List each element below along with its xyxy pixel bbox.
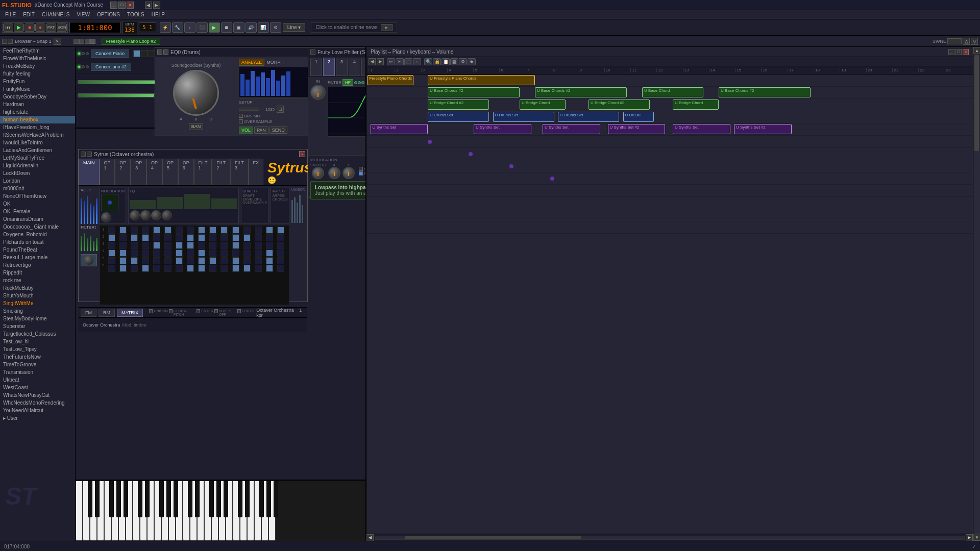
step-cell-3-12[interactable] bbox=[243, 249, 251, 257]
stop-btn[interactable]: ■ bbox=[24, 23, 35, 32]
sidebar-item-13[interactable]: LadiesAndGentlemen bbox=[0, 146, 75, 154]
menu-tools[interactable]: TOOLS bbox=[124, 11, 148, 18]
step-cell-5-12[interactable] bbox=[243, 265, 251, 272]
online-news-btn[interactable]: ► bbox=[381, 24, 393, 31]
vscroll-up[interactable]: ▲ bbox=[973, 47, 980, 54]
step-cell-3-2[interactable] bbox=[131, 249, 138, 257]
fader-2[interactable] bbox=[84, 201, 85, 224]
sidebar-item-40[interactable]: TheFutureIsNow bbox=[0, 353, 75, 361]
step-cell-1-3[interactable] bbox=[142, 234, 149, 241]
pl-btn-5[interactable]: 🔍 bbox=[424, 58, 432, 65]
step-cell-3-10[interactable] bbox=[220, 249, 228, 257]
concert-piano-btn[interactable]: Concert Piano bbox=[91, 49, 129, 58]
eq-knob-1[interactable] bbox=[130, 210, 140, 220]
pl-block-4-3[interactable]: U Synths Set #2 bbox=[608, 124, 666, 134]
step-cell-5-4[interactable] bbox=[153, 265, 160, 272]
step-cell-2-12[interactable] bbox=[243, 242, 251, 249]
step-cell-5-15[interactable] bbox=[277, 265, 284, 272]
toolbar-btn-3[interactable]: ♪ bbox=[184, 22, 195, 33]
pl-tool-3[interactable]: ⬚ bbox=[404, 58, 412, 65]
step-btn-0[interactable] bbox=[133, 50, 140, 57]
step-cell-4-3[interactable] bbox=[142, 257, 149, 264]
sytrus-x-btn[interactable]: × bbox=[299, 151, 305, 157]
pl-btn-10[interactable]: ★ bbox=[468, 58, 476, 65]
step-cell-2-14[interactable] bbox=[266, 242, 273, 249]
sidebar-item-27[interactable]: ReekuI_Large male bbox=[0, 254, 75, 261]
sidebar-item-22[interactable]: OmaniransDream bbox=[0, 215, 75, 223]
step-cell-2-11[interactable] bbox=[232, 242, 239, 249]
hscroll-right[interactable]: ▶ bbox=[966, 534, 973, 541]
mod-knob[interactable] bbox=[101, 212, 111, 222]
black-key-19[interactable] bbox=[216, 481, 221, 517]
unison-fader-2[interactable] bbox=[294, 197, 296, 223]
step-cell-0-10[interactable] bbox=[220, 227, 228, 234]
sidebar-item-3[interactable]: fruity feeling bbox=[0, 70, 75, 78]
step-cell-4-6[interactable] bbox=[176, 257, 183, 264]
step-cell-3-0[interactable] bbox=[108, 249, 115, 257]
step-cell-0-4[interactable] bbox=[153, 227, 160, 234]
eq-min-btn[interactable] bbox=[157, 49, 162, 55]
sidebar-item-20[interactable]: OK bbox=[0, 200, 75, 208]
step-cell-2-6[interactable] bbox=[176, 242, 183, 249]
step-cell-3-9[interactable] bbox=[209, 249, 216, 257]
step-cell-5-2[interactable] bbox=[131, 265, 138, 272]
step-cell-1-9[interactable] bbox=[209, 234, 216, 241]
pl-block-3-1[interactable]: U Drums Set bbox=[493, 112, 554, 122]
a-knob[interactable] bbox=[328, 167, 340, 179]
sidebar-item-35[interactable]: StealMyBodyHome bbox=[0, 315, 75, 322]
step-cell-1-2[interactable] bbox=[131, 234, 138, 241]
pl-btn-9[interactable]: ⚙ bbox=[459, 58, 467, 65]
toolbar-btn-4[interactable]: ⬛ bbox=[197, 22, 208, 33]
step-btn-1[interactable] bbox=[141, 50, 148, 57]
step-cell-2-9[interactable] bbox=[209, 242, 216, 249]
sidebar-item-14[interactable]: LetMySoulFlyFree bbox=[0, 154, 75, 162]
step-cell-4-12[interactable] bbox=[243, 257, 251, 264]
eq-close-btn[interactable] bbox=[163, 49, 168, 55]
setup-slider1[interactable] bbox=[239, 108, 259, 111]
step-cell-3-6[interactable] bbox=[176, 249, 183, 257]
pl-block-4-1[interactable]: U Synths Set bbox=[474, 124, 531, 134]
pl-scroll-right[interactable]: ▶ bbox=[377, 58, 384, 65]
pl-btn-7[interactable]: 📋 bbox=[442, 58, 450, 65]
online-news-bar[interactable]: Click to enable online news ► bbox=[311, 22, 397, 33]
pl-block-1-0[interactable]: U Base Chords #2 bbox=[428, 87, 520, 97]
sidebar-item-7[interactable]: Hardman bbox=[0, 101, 75, 108]
vscroll-track[interactable] bbox=[973, 54, 980, 534]
sidebar-item-38[interactable]: TestLow_hi bbox=[0, 338, 75, 345]
hscroll-left[interactable]: ◀ bbox=[366, 534, 374, 541]
sidebar-item-34[interactable]: Smoking bbox=[0, 307, 75, 315]
toolbar-btn-5[interactable]: ▶ bbox=[209, 22, 220, 33]
tb2-btn2[interactable] bbox=[8, 39, 13, 44]
mode-dropdown[interactable]: Line ▾ bbox=[283, 23, 306, 32]
sytrus-tab-op1[interactable]: OP 1 bbox=[100, 159, 115, 185]
fader-3[interactable] bbox=[87, 196, 88, 224]
pl-tool-2[interactable]: ✂ bbox=[396, 58, 404, 65]
hscroll-thumb[interactable] bbox=[405, 536, 581, 539]
black-key-13[interactable] bbox=[174, 481, 178, 517]
send-btn[interactable]: SEND bbox=[270, 127, 287, 134]
step-cell-3-15[interactable] bbox=[277, 249, 284, 257]
pl-block-1-2[interactable]: U Base Chord bbox=[642, 87, 703, 97]
step-cell-1-13[interactable] bbox=[255, 234, 262, 241]
step-cell-4-1[interactable] bbox=[119, 257, 127, 264]
pl-block-4-0[interactable]: U Synths Set bbox=[371, 124, 428, 134]
black-key-16[interactable] bbox=[195, 481, 200, 517]
sytrus-tab-op6[interactable]: OP 6 bbox=[178, 159, 194, 185]
step-cell-0-8[interactable] bbox=[198, 227, 205, 234]
pl-block-4-4[interactable]: U Synths Set bbox=[673, 124, 730, 134]
sidebar-item-9[interactable]: human beatbox bbox=[0, 116, 75, 123]
step-cell-2-10[interactable] bbox=[220, 242, 228, 249]
pl-block-4-5[interactable]: U Synths Set #2 bbox=[734, 124, 792, 134]
sytrus-titlebar[interactable]: Sytrus (Octaver orchestra) × bbox=[79, 149, 307, 159]
black-key-25[interactable] bbox=[259, 481, 264, 517]
sidebar-item-2[interactable]: FreakMeBaby bbox=[0, 62, 75, 70]
enter-chk[interactable] bbox=[197, 309, 200, 313]
concert-piano-2-btn[interactable]: Concer..ano #2 bbox=[91, 63, 131, 71]
step-cell-0-14[interactable] bbox=[266, 227, 273, 234]
vscroll-down[interactable]: ▼ bbox=[973, 534, 980, 541]
main-knob[interactable]: A D B bbox=[173, 70, 219, 116]
pl-block-1-3[interactable]: U Base Chords #2 bbox=[719, 87, 811, 97]
tb2-unfold[interactable]: ▽ bbox=[971, 38, 978, 45]
eq-titlebar[interactable]: EQ0 (Drums) × bbox=[155, 47, 317, 57]
black-key-1[interactable] bbox=[88, 481, 92, 517]
